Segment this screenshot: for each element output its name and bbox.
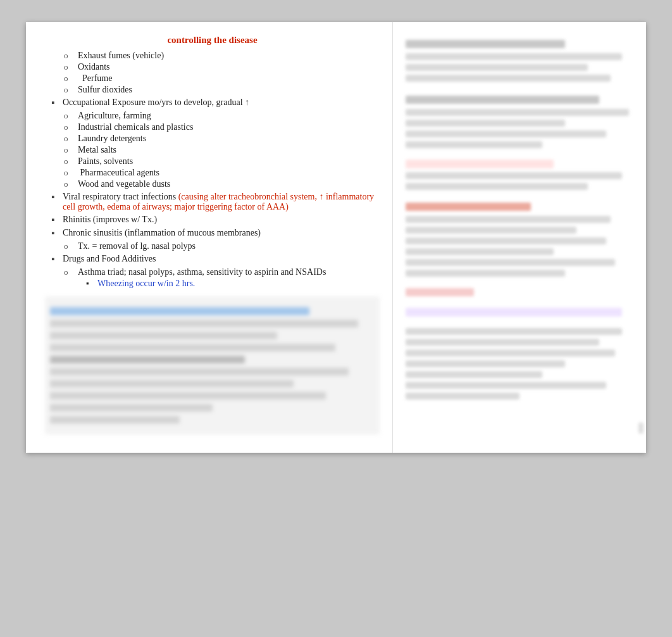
- right-line: [406, 339, 599, 346]
- item-text: Metal salts: [78, 145, 380, 155]
- blurred-content: [45, 296, 380, 434]
- section-title: controlling the disease: [45, 35, 380, 46]
- right-line: [406, 382, 606, 389]
- right-line: [406, 64, 588, 71]
- right-line: [406, 237, 606, 244]
- list-item: o Metal salts: [64, 145, 380, 155]
- red-note: (causing alter tracheobronchial system, …: [63, 192, 374, 211]
- bullet-marker: o: [64, 122, 78, 132]
- right-title: [406, 40, 565, 48]
- right-line: [406, 371, 542, 378]
- bullet-marker: o: [64, 241, 78, 251]
- right-line: [406, 216, 611, 223]
- list-item: o Perfume: [64, 73, 380, 84]
- left-column: controlling the disease o Exhaust fumes …: [26, 22, 393, 453]
- bullet-marker: o: [64, 168, 78, 178]
- list-item: ▪ Drugs and Food Additives: [51, 254, 380, 265]
- item-text: Wood and vegetable dusts: [78, 179, 380, 189]
- right-line: [406, 393, 520, 400]
- right-line: [406, 248, 554, 255]
- list-item: o Industrial chemicals and plastics: [64, 122, 380, 132]
- scrollbar[interactable]: [638, 422, 644, 434]
- item-text: Laundry detergents: [78, 134, 380, 144]
- list-item: ▪ Rhinitis (improves w/ Tx.): [51, 215, 380, 225]
- item-text: Pharmaceutical agents: [78, 168, 380, 178]
- item-text: Perfume: [78, 73, 380, 84]
- right-column: [393, 22, 646, 453]
- bullet-marker: o: [64, 267, 78, 277]
- right-line: [406, 328, 622, 335]
- list-item: o Sulfur dioxides: [64, 85, 380, 95]
- list-item: ▪ Chronic sinusitis (inflammation of muc…: [51, 228, 380, 239]
- list-item: o Agriculture, farming: [64, 111, 380, 121]
- bullet-marker: o: [64, 85, 78, 95]
- item-text: Exhaust fumes (vehicle): [78, 51, 380, 61]
- right-line: [406, 172, 622, 179]
- item-text: Agriculture, farming: [78, 111, 380, 121]
- item-text: Asthma triad; nasal polyps, asthma, sens…: [78, 267, 380, 277]
- bullet-marker: o: [64, 51, 78, 61]
- right-line: [406, 270, 565, 277]
- list-item: o Oxidants: [64, 62, 380, 72]
- right-red-title: [406, 203, 531, 211]
- bullet-marker: o: [64, 145, 78, 155]
- bullet-marker: ▪: [86, 279, 97, 289]
- right-line: [406, 227, 576, 234]
- right-line: [406, 360, 565, 367]
- list-item: ▪ Viral respiratory tract infections (ca…: [51, 192, 380, 212]
- right-purple-highlight: [406, 308, 622, 317]
- right-title: [406, 96, 599, 104]
- right-line: [406, 130, 606, 137]
- list-item: o Tx. = removal of lg. nasal polyps: [64, 241, 380, 251]
- right-line: [406, 53, 622, 60]
- bullet-marker: o: [64, 156, 78, 167]
- item-text: Sulfur dioxides: [78, 85, 380, 95]
- bullet-marker: ▪: [51, 254, 63, 265]
- item-text: Chronic sinusitis (inflammation of mucou…: [63, 228, 380, 238]
- item-text: Viral respiratory tract infections (caus…: [63, 192, 380, 212]
- list-item: o Paints, solvents: [64, 156, 380, 167]
- list-item: o Pharmaceutical agents: [64, 168, 380, 178]
- bullet-marker: ▪: [51, 215, 63, 225]
- right-accent-line: [406, 288, 474, 296]
- item-text: Oxidants: [78, 62, 380, 72]
- right-line: [406, 350, 615, 356]
- list-item: o Laundry detergents: [64, 134, 380, 144]
- item-text: Wheezing occur w/in 2 hrs.: [97, 279, 380, 289]
- bullet-marker: o: [64, 73, 78, 84]
- bullet-marker: ▪: [51, 98, 63, 108]
- bullet-marker: ▪: [51, 228, 63, 239]
- right-line: [406, 141, 542, 148]
- right-line: [406, 259, 615, 266]
- right-line: [406, 120, 565, 127]
- item-text: Rhinitis (improves w/ Tx.): [63, 215, 380, 225]
- item-text: Tx. = removal of lg. nasal polyps: [78, 241, 380, 251]
- right-line: [406, 183, 588, 190]
- item-text: Drugs and Food Additives: [63, 254, 380, 264]
- list-item: o Asthma triad; nasal polyps, asthma, se…: [64, 267, 380, 277]
- right-line: [406, 75, 611, 82]
- item-text: Industrial chemicals and plastics: [78, 122, 380, 132]
- bullet-marker: o: [64, 134, 78, 144]
- bullet-marker: o: [64, 111, 78, 121]
- list-item: ▪ Wheezing occur w/in 2 hrs.: [86, 279, 380, 289]
- item-text: Paints, solvents: [78, 156, 380, 167]
- bullet-marker: o: [64, 179, 78, 189]
- bullet-marker: o: [64, 62, 78, 72]
- list-item: o Exhaust fumes (vehicle): [64, 51, 380, 61]
- bullet-marker: ▪: [51, 192, 63, 203]
- right-line: [406, 109, 629, 116]
- right-red-highlight: [406, 160, 554, 168]
- list-item: o Wood and vegetable dusts: [64, 179, 380, 189]
- list-item: ▪ Occupational Exposure mo/yrs to develo…: [51, 98, 380, 108]
- item-text: Occupational Exposure mo/yrs to develop,…: [63, 98, 380, 108]
- page-container: controlling the disease o Exhaust fumes …: [26, 22, 646, 453]
